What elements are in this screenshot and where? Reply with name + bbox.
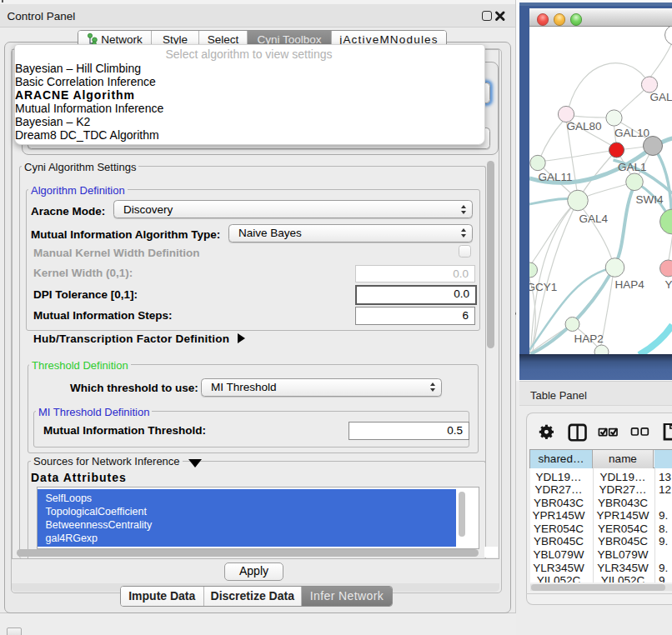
svg-text:HAP2: HAP2	[574, 332, 603, 345]
svg-text:GAL11: GAL11	[538, 171, 572, 183]
svg-text:GAL10: GAL10	[614, 127, 649, 139]
svg-text:GCY1: GCY1	[529, 281, 557, 293]
svg-text:SWI4: SWI4	[635, 193, 663, 206]
svg-text:GAL: GAL	[649, 91, 672, 103]
svg-text:GAL1: GAL1	[617, 161, 645, 173]
svg-text:HAP4: HAP4	[614, 278, 644, 291]
svg-text:GAL4: GAL4	[579, 212, 608, 225]
svg-text:Y: Y	[664, 278, 672, 291]
svg-text:GAL80: GAL80	[566, 120, 601, 132]
